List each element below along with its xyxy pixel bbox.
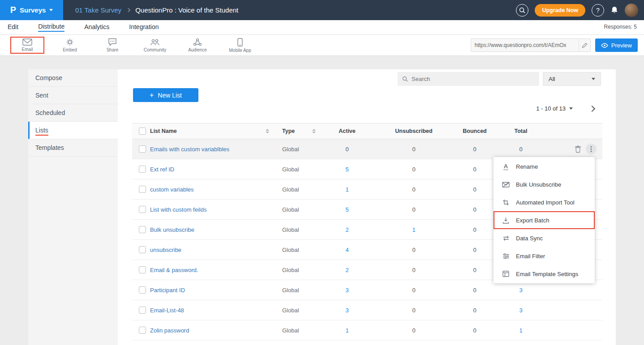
unsubscribed-count: 1: [374, 226, 454, 233]
list-name-link[interactable]: Email & password.: [150, 267, 271, 273]
tab-edit[interactable]: Edit: [8, 20, 18, 35]
list-filter-dropdown[interactable]: All: [543, 72, 601, 86]
list-name-link[interactable]: Zolin password: [150, 327, 271, 334]
search-input[interactable]: [412, 76, 535, 82]
tab-integration[interactable]: Integration: [129, 20, 159, 35]
toolbar-item-share[interactable]: Share: [97, 38, 128, 52]
list-name-link[interactable]: List with custom feilds: [150, 206, 271, 213]
row-checkbox[interactable]: [139, 206, 146, 213]
upgrade-now-button[interactable]: Upgrade Now: [535, 4, 585, 17]
table-row[interactable]: Zolin password Global 1 0 0 1: [132, 320, 602, 341]
menu-item-label: Export Batch: [516, 217, 549, 224]
questionpro-logo: P: [10, 5, 16, 15]
pagination-range-dropdown[interactable]: 1 - 10 of 13: [536, 105, 573, 112]
select-all-checkbox[interactable]: [139, 128, 146, 135]
list-name-link[interactable]: Bulk unsubscribe: [150, 226, 271, 233]
surveys-product-menu[interactable]: P Surveys: [0, 0, 63, 20]
breadcrumb-survey-link[interactable]: 01 Take Survey: [75, 6, 121, 14]
toolbar-item-community[interactable]: Community: [140, 38, 170, 52]
delete-list-button[interactable]: [575, 145, 581, 153]
sliders-icon: [502, 253, 510, 259]
row-checkbox[interactable]: [139, 246, 146, 253]
sidebar-item-label: Scheduled: [35, 109, 65, 116]
unsubscribed-count: 0: [374, 206, 454, 213]
survey-nav: Edit Distribute Analytics Integration Re…: [0, 20, 644, 35]
toolbar-item-embed[interactable]: Embed: [55, 38, 85, 52]
list-name-link[interactable]: custom variables: [150, 186, 271, 193]
notifications-button[interactable]: [610, 6, 618, 14]
menu-item-export-batch[interactable]: Export Batch: [494, 211, 595, 229]
list-type: Global: [271, 166, 320, 173]
header-label: Type: [282, 128, 295, 134]
toolbar-label: Mobile App: [229, 48, 251, 53]
template-icon: [502, 271, 510, 277]
help-button[interactable]: ?: [592, 4, 604, 17]
active-count: 2: [320, 226, 374, 233]
sort-icon[interactable]: [266, 129, 269, 133]
row-checkbox[interactable]: [139, 307, 146, 314]
menu-item-email-filter[interactable]: Email Filter: [494, 247, 595, 265]
menu-item-email-template-settings[interactable]: Email Template Settings: [494, 265, 595, 283]
row-checkbox[interactable]: [139, 186, 146, 193]
menu-item-automated-import-tool[interactable]: Automated Import Tool: [494, 193, 595, 211]
header-list-name[interactable]: List Name: [150, 128, 271, 134]
total-count: 0: [496, 146, 546, 153]
sidebar-item-templates[interactable]: Templates: [28, 139, 118, 157]
total-count: 3: [496, 307, 546, 314]
eye-icon: [601, 43, 608, 48]
row-checkbox[interactable]: [139, 286, 146, 294]
list-name-link[interactable]: Emails with custom variablbles: [150, 146, 271, 153]
sort-icon[interactable]: [312, 129, 316, 133]
total-count: 1: [496, 327, 546, 334]
sidebar-item-label: Templates: [35, 144, 64, 151]
row-menu-button[interactable]: [586, 144, 597, 154]
list-name-link[interactable]: Email-List-48: [150, 307, 271, 314]
kebab-icon: [590, 146, 592, 152]
table-row[interactable]: Emails with custom variablbles Global 0 …: [132, 139, 602, 159]
search-button[interactable]: [516, 4, 528, 17]
menu-item-label: Email Template Settings: [516, 271, 578, 277]
toolbar-item-audience[interactable]: Audience: [182, 38, 213, 52]
list-name-link[interactable]: Participant ID: [150, 287, 271, 294]
download-icon: [502, 217, 510, 224]
sidebar-item-label: Compose: [35, 74, 62, 81]
header-type[interactable]: Type: [271, 128, 320, 134]
sidebar-item-sent[interactable]: Sent: [28, 87, 118, 104]
edit-url-button[interactable]: [579, 39, 590, 51]
menu-item-rename[interactable]: A Rename: [494, 158, 595, 175]
menu-item-bulk-unsubscribe[interactable]: Bulk Unsubscribe: [494, 175, 595, 193]
row-checkbox[interactable]: [139, 145, 146, 153]
tab-distribute[interactable]: Distribute: [38, 20, 64, 35]
survey-url-input[interactable]: [471, 42, 579, 48]
unsubscribed-count: 0: [374, 146, 454, 153]
pencil-icon: [582, 43, 588, 48]
list-type: Global: [271, 247, 320, 253]
table-row[interactable]: Email-List-48 Global 3 0 0 3: [132, 300, 602, 320]
network-icon: [193, 38, 202, 46]
header-active: Active: [320, 128, 374, 134]
toolbar-item-mobile-app[interactable]: Mobile App: [225, 38, 255, 53]
sidebar-item-lists[interactable]: Lists: [28, 122, 118, 139]
header-total: Total: [496, 128, 546, 134]
preview-label: Preview: [611, 42, 632, 49]
toolbar-item-email[interactable]: Email: [12, 38, 43, 52]
row-checkbox[interactable]: [139, 166, 146, 173]
menu-item-data-sync[interactable]: Data Sync: [494, 229, 595, 247]
next-page-button[interactable]: [589, 105, 595, 111]
header-label: List Name: [150, 128, 177, 134]
new-list-button[interactable]: + New List: [133, 88, 198, 102]
row-checkbox[interactable]: [139, 226, 146, 233]
row-checkbox[interactable]: [139, 266, 146, 273]
bounced-count: 0: [454, 287, 496, 294]
row-checkbox[interactable]: [139, 327, 146, 334]
bounced-count: 0: [454, 327, 496, 334]
avatar[interactable]: [625, 4, 638, 17]
bounced-count: 0: [454, 226, 496, 233]
preview-button[interactable]: Preview: [595, 38, 638, 52]
sidebar-item-compose[interactable]: Compose: [28, 69, 118, 87]
list-name-link[interactable]: unsubscribe: [150, 247, 271, 253]
tab-analytics[interactable]: Analytics: [84, 20, 109, 35]
sidebar-item-scheduled[interactable]: Scheduled: [28, 104, 118, 122]
header-unsubscribed: Unsubscribed: [374, 128, 454, 134]
list-name-link[interactable]: Ext ref ID: [150, 166, 271, 173]
